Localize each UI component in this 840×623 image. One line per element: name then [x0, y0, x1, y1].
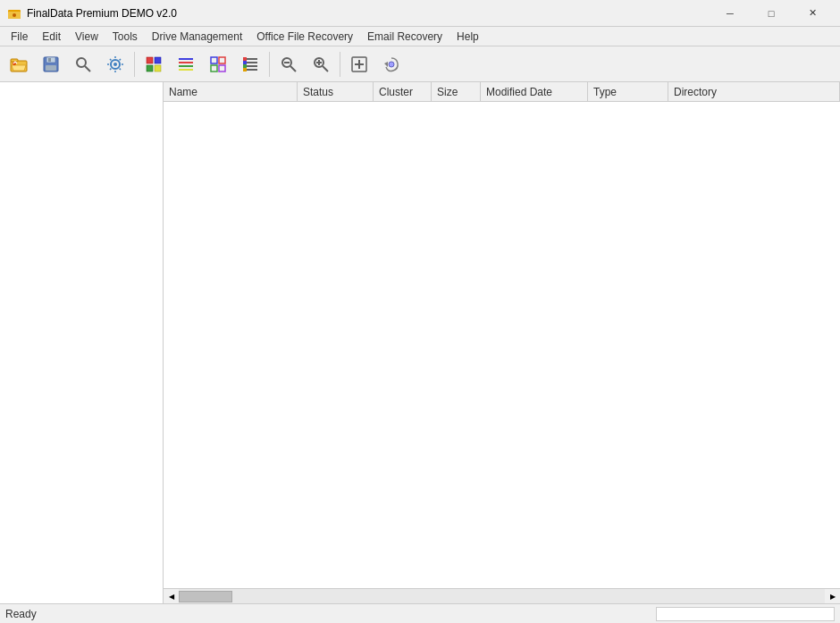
open-folder-icon: [9, 55, 29, 74]
view1-button[interactable]: [139, 49, 169, 80]
svg-rect-9: [46, 65, 56, 71]
svg-line-36: [290, 66, 296, 72]
title-bar: FinalData Premium DEMO v2.0 ─ □ ✕: [0, 0, 840, 27]
svg-point-14: [113, 63, 117, 66]
svg-point-2: [13, 13, 16, 17]
main-area: Name Status Cluster Size Modified Date T…: [0, 82, 840, 603]
title-left: FinalData Premium DEMO v2.0: [7, 6, 177, 21]
col-header-status: Status: [298, 82, 374, 101]
svg-rect-32: [243, 61, 247, 64]
separator-3: [340, 52, 340, 77]
find-button[interactable]: [68, 49, 98, 80]
separator-2: [269, 52, 270, 77]
recover-button[interactable]: [376, 49, 407, 80]
svg-line-39: [323, 66, 328, 72]
svg-marker-45: [384, 62, 388, 67]
menu-file[interactable]: File: [4, 27, 35, 46]
app-icon: [7, 6, 21, 21]
zoom-out-button[interactable]: [273, 49, 304, 80]
svg-rect-25: [211, 65, 217, 72]
zoom-in-icon: [311, 55, 331, 74]
status-progress: [656, 607, 835, 621]
svg-rect-15: [147, 57, 153, 63]
svg-rect-23: [211, 57, 217, 63]
h-scroll-right-button[interactable]: ▶: [825, 589, 840, 604]
h-scroll-thumb[interactable]: [179, 591, 232, 602]
view3-icon: [208, 55, 228, 74]
svg-rect-17: [147, 65, 153, 72]
scan-button[interactable]: [100, 49, 130, 80]
menu-office-file-recovery[interactable]: Office File Recovery: [249, 27, 360, 46]
svg-rect-18: [155, 65, 161, 72]
menu-view[interactable]: View: [68, 27, 105, 46]
svg-point-11: [77, 58, 86, 67]
menu-tools[interactable]: Tools: [105, 27, 145, 46]
status-text: Ready: [5, 608, 656, 620]
col-header-directory: Directory: [668, 82, 840, 101]
svg-rect-4: [11, 59, 18, 62]
title-controls: ─ □ ✕: [710, 0, 833, 27]
svg-rect-10: [48, 58, 51, 62]
view4-icon: [240, 55, 260, 74]
menu-edit[interactable]: Edit: [35, 27, 68, 46]
view2-button[interactable]: [171, 49, 201, 80]
view4-button[interactable]: [235, 49, 265, 80]
col-header-name: Name: [164, 82, 298, 101]
svg-rect-34: [243, 68, 247, 72]
left-panel[interactable]: [0, 82, 164, 603]
menu-drive-management[interactable]: Drive Management: [145, 27, 249, 46]
svg-point-46: [389, 62, 394, 67]
col-header-cluster: Cluster: [374, 82, 432, 101]
col-header-type: Type: [588, 82, 668, 101]
view3-button[interactable]: [203, 49, 233, 80]
zoom-in-button[interactable]: [306, 49, 336, 80]
add-icon: [349, 55, 369, 74]
h-scroll-area: ◀ ▶: [164, 588, 840, 603]
svg-rect-24: [219, 57, 225, 63]
svg-rect-31: [243, 57, 247, 61]
toolbar: [0, 46, 840, 82]
menu-bar: File Edit View Tools Drive Management Of…: [0, 27, 840, 46]
find-icon: [73, 55, 93, 74]
app-title: FinalData Premium DEMO v2.0: [27, 7, 177, 20]
add-button[interactable]: [344, 49, 374, 80]
separator-1: [134, 52, 135, 77]
svg-line-12: [85, 66, 90, 72]
menu-help[interactable]: Help: [449, 27, 486, 46]
right-panel: Name Status Cluster Size Modified Date T…: [164, 82, 840, 603]
svg-rect-33: [243, 64, 247, 68]
save-icon: [41, 55, 61, 74]
h-scroll-left-button[interactable]: ◀: [164, 589, 179, 604]
col-header-modified: Modified Date: [481, 82, 588, 101]
view1-icon: [144, 55, 164, 74]
menu-email-recovery[interactable]: Email Recovery: [360, 27, 449, 46]
h-scroll-track[interactable]: [179, 589, 825, 604]
open-button[interactable]: [4, 49, 34, 80]
zoom-out-icon: [279, 55, 298, 74]
recover-icon: [382, 55, 401, 74]
close-button[interactable]: ✕: [792, 0, 833, 27]
view2-icon: [176, 55, 196, 74]
status-bar: Ready: [0, 603, 840, 623]
scan-icon: [105, 55, 125, 74]
svg-rect-26: [219, 65, 225, 72]
svg-marker-5: [12, 65, 26, 71]
col-header-size: Size: [432, 82, 481, 101]
svg-rect-16: [155, 57, 161, 63]
save-button[interactable]: [36, 49, 66, 80]
minimize-button[interactable]: ─: [710, 0, 751, 27]
table-header: Name Status Cluster Size Modified Date T…: [164, 82, 840, 102]
maximize-button[interactable]: □: [751, 0, 792, 27]
table-content[interactable]: [164, 102, 840, 588]
